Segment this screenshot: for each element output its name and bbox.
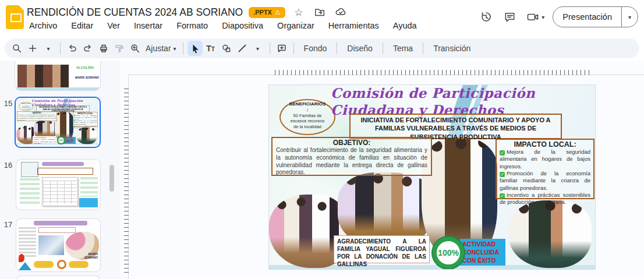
progress-badge[interactable]: 100% — [433, 237, 464, 269]
mini-beneficiaries-body: 50 Familias de escasos recursos de la lo… — [22, 105, 31, 110]
menu-diapositiva[interactable]: Diapositiva — [220, 20, 266, 31]
status-textbox[interactable]: ACTIVIDAD CONCLUIDA CON ÉXITO — [460, 239, 505, 266]
line-tool-button[interactable] — [235, 41, 250, 56]
slide-15-mini: Comisión de Participación Ciudadana y De… — [16, 98, 98, 144]
mini-photo — [76, 128, 97, 144]
undo-button[interactable] — [65, 41, 80, 56]
line-icon — [237, 43, 247, 54]
redo-icon — [83, 43, 93, 54]
shape-button[interactable] — [219, 41, 234, 56]
objective-textbox[interactable]: OBJETIVO: Contribuir al fortalecimiento … — [271, 137, 432, 176]
slides-logo-icon[interactable] — [6, 5, 24, 29]
paint-format-button[interactable] — [112, 41, 127, 56]
mini-objective-body: Contribuir al fortalecimiento de la segu… — [18, 114, 56, 122]
theme-button[interactable]: Tema — [387, 41, 419, 55]
menu-editar[interactable]: Editar — [69, 20, 95, 31]
print-button[interactable] — [96, 41, 111, 56]
video-camera-icon[interactable] — [525, 9, 540, 24]
pptx-badge[interactable]: .PPTX ⚠ — [249, 7, 285, 18]
zoom-in-icon — [130, 43, 140, 54]
divider — [423, 43, 423, 54]
photo-family-group-right[interactable] — [509, 200, 592, 268]
camera-icon — [526, 10, 539, 23]
thumbnail-slide-15-selected[interactable]: Comisión de Participación Ciudadana y De… — [15, 97, 101, 148]
mini-beneficiaries-text: BENEFICIARIOS: 50 Familias de escasos re… — [22, 103, 31, 110]
thumbnail-graphic — [21, 162, 38, 177]
transition-button[interactable]: Transición — [427, 41, 476, 55]
menu-organizar[interactable]: Organizar — [275, 20, 317, 31]
insert-comment-button[interactable] — [274, 41, 289, 56]
line-caret-icon[interactable]: ▾ — [250, 41, 266, 56]
redo-button[interactable] — [80, 41, 95, 56]
history-icon — [480, 10, 493, 23]
mini-impact-item: Incentivo a prácticas sostenibles de pro… — [74, 125, 97, 129]
beneficiaries-heading: BENEFICIARIOS: — [289, 101, 326, 113]
thumbnail-subtitle-bar — [37, 168, 93, 175]
check-icon: ✓ — [500, 150, 505, 156]
layout-button[interactable]: Diseño — [341, 41, 378, 55]
present-button-label: Presentación — [553, 7, 621, 27]
present-button[interactable]: Presentación ▾ — [553, 6, 638, 27]
pptx-badge-label: .PPTX — [253, 9, 272, 16]
mini-impact-item: Promoción de la economía familiar median… — [74, 120, 97, 125]
menu-ver[interactable]: Ver — [105, 20, 122, 31]
thanks-textbox[interactable]: AGRADECIMIENTO A LA FAMILIA YAGUAL FIGUE… — [334, 235, 430, 263]
thumbnail-slide-17[interactable]: MARÍA SORIANO — [16, 218, 101, 272]
menu-herramientas[interactable]: Herramientas — [326, 20, 381, 31]
comments-icon[interactable] — [502, 9, 517, 24]
cloud-status-icon[interactable] — [333, 5, 348, 20]
new-slide-button[interactable] — [25, 41, 40, 56]
move-folder-icon[interactable] — [312, 5, 327, 20]
objective-heading: OBJETIVO: — [276, 139, 427, 147]
thumbnail-slide-14-partial[interactable]: ALCALDÍA MARÍA SORIANO — [15, 61, 101, 91]
divider — [270, 43, 270, 54]
thumbnail-label-dark: MARÍA SORIANO — [75, 253, 98, 259]
objective-body: Contribuir al fortalecimiento de la segu… — [276, 147, 427, 176]
zoom-button[interactable] — [128, 41, 143, 56]
menu-ayuda[interactable]: Ayuda — [391, 20, 419, 31]
filmstrip-scrollbar[interactable] — [109, 165, 114, 192]
horizontal-ruler — [275, 70, 593, 75]
divider — [383, 43, 383, 54]
initiative-textbox[interactable]: INICIATIVA DE FORTALECIMIENTO COMUNITARI… — [349, 114, 562, 139]
thumbnail-subtitle-bar — [38, 227, 76, 233]
text-box-button[interactable]: TT — [203, 41, 218, 56]
document-title[interactable]: RENDICIÓN DE CUENTAS 2024 AB SORIANO — [27, 6, 243, 19]
thumbnail-title-squiggle — [34, 221, 87, 225]
slide-canvas: Comisión de Participación Ciudadana y De… — [120, 61, 644, 279]
star-icon[interactable]: ☆ — [291, 5, 306, 20]
camera-caret-icon[interactable]: ▾ — [542, 14, 544, 20]
impact-item: ✓Mejora de la seguridad alimentaria en h… — [500, 149, 590, 170]
menu-formato[interactable]: Formato — [174, 20, 210, 31]
thumbnail-table-grid — [43, 181, 77, 204]
thumbnail-map-pin — [19, 254, 24, 262]
divider — [337, 43, 337, 54]
comment-bubble-icon — [504, 11, 516, 23]
thumbnail-slide-16[interactable] — [16, 159, 101, 210]
slide-15-editor[interactable]: Comisión de Participación Ciudadana y De… — [269, 85, 595, 269]
new-slide-caret-icon[interactable]: ▾ — [41, 41, 56, 56]
impact-item-text: Incentivo a prácticas sostenibles de pro… — [500, 192, 590, 205]
beneficiaries-textbox[interactable]: BENEFICIARIOS: 50 Familias de escasos re… — [289, 101, 326, 129]
thumbnail-slide-18-partial[interactable] — [16, 276, 101, 279]
impact-textbox[interactable]: IMPACTO LOCAL: ✓Mejora de la seguridad a… — [496, 139, 595, 199]
thumbnail-list-left — [20, 178, 40, 204]
mini-impact-box: IMPACTO LOCAL: ✓Mejora de la seguridad a… — [73, 112, 98, 127]
cloud-check-icon — [335, 6, 346, 18]
menu-insertar[interactable]: Insertar — [132, 20, 165, 31]
search-menus-button[interactable] — [9, 41, 24, 56]
slide-number-16: 16 — [2, 161, 14, 169]
menu-archivo[interactable]: Archivo — [27, 20, 59, 31]
thumbnail-yellow-pill — [69, 261, 89, 268]
background-button[interactable]: Fondo — [298, 41, 333, 55]
print-icon — [98, 43, 109, 54]
present-caret-icon[interactable]: ▾ — [622, 7, 638, 27]
menu-bar: Archivo Editar Ver Insertar Formato Diap… — [27, 20, 419, 31]
add-comment-icon — [277, 43, 287, 54]
divider — [60, 43, 61, 54]
workspace: ALCALDÍA MARÍA SORIANO 15 Comisión de Pa… — [0, 61, 644, 279]
slide-filmstrip: ALCALDÍA MARÍA SORIANO 15 Comisión de Pa… — [0, 61, 120, 279]
version-history-icon[interactable] — [479, 9, 494, 24]
select-tool-button[interactable] — [187, 41, 203, 56]
fit-zoom-select[interactable]: Ajustar ▾ — [143, 44, 179, 53]
